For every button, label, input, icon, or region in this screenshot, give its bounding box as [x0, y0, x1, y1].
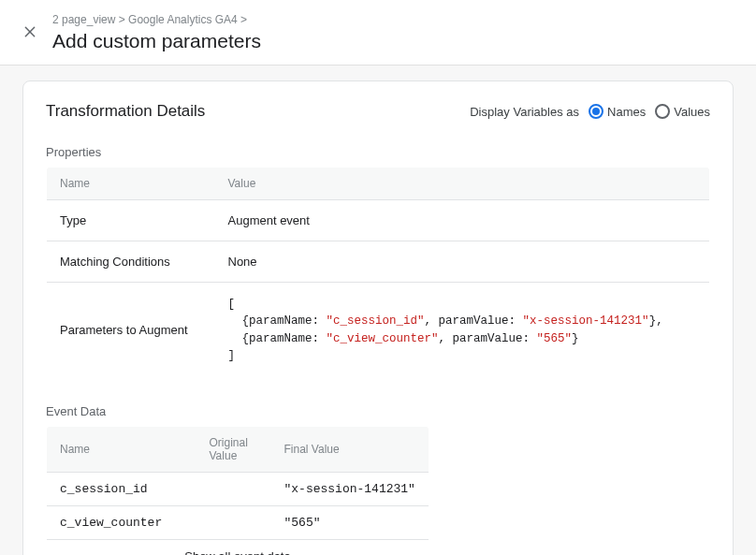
breadcrumb: 2 page_view > Google Analytics GA4 > — [52, 13, 756, 26]
close-icon — [22, 24, 37, 39]
prop-name: Type — [47, 200, 215, 241]
table-row: Parameters to Augment [ {paramName: "c_s… — [47, 283, 710, 378]
show-all-row: Show all event data — [47, 539, 429, 555]
col-name: Name — [47, 426, 196, 472]
top-bar: 2 page_view > Google Analytics GA4 > Add… — [0, 0, 756, 66]
radio-names-label: Names — [607, 105, 646, 119]
event-data-label: Event Data — [46, 404, 710, 418]
col-final: Final Value — [271, 426, 429, 472]
radio-icon — [655, 104, 670, 119]
radio-values-label: Values — [674, 105, 710, 119]
properties-label: Properties — [46, 145, 710, 159]
col-original: Original Value — [196, 426, 271, 472]
card-title: Transformation Details — [46, 102, 205, 121]
radio-names[interactable]: Names — [589, 104, 646, 119]
display-variables-label: Display Variables as — [470, 105, 579, 119]
prop-name: Matching Conditions — [47, 241, 215, 283]
event-name: c_view_counter — [47, 505, 196, 539]
content-area: Transformation Details Display Variables… — [0, 66, 756, 555]
event-name: c_session_id — [47, 472, 196, 505]
prop-value: [ {paramName: "c_session_id", paramValue… — [215, 283, 710, 378]
event-final: "x-session-141231" — [271, 472, 429, 505]
table-row: Type Augment event — [47, 200, 710, 241]
col-value: Value — [215, 168, 710, 200]
event-final: "565" — [271, 505, 429, 539]
prop-value: Augment event — [215, 200, 710, 241]
event-original — [196, 472, 271, 505]
display-variables-control: Display Variables as Names Values — [470, 104, 710, 119]
table-row: c_view_counter "565" — [47, 505, 429, 539]
col-name: Name — [47, 168, 215, 200]
page-title: Add custom parameters — [52, 28, 756, 53]
close-button[interactable] — [22, 24, 37, 39]
radio-icon — [589, 104, 603, 119]
params-code: [ {paramName: "c_session_id", paramValue… — [228, 296, 697, 364]
table-row: c_session_id "x-session-141231" — [47, 472, 429, 505]
radio-values[interactable]: Values — [655, 104, 710, 119]
transformation-card: Transformation Details Display Variables… — [22, 80, 734, 555]
table-row: Matching Conditions None — [47, 241, 710, 283]
prop-value: None — [215, 241, 710, 283]
properties-table: Name Value Type Augment event Matching C… — [46, 167, 710, 378]
event-original — [196, 505, 271, 539]
event-data-table: Name Original Value Final Value c_sessio… — [46, 426, 429, 555]
prop-name: Parameters to Augment — [47, 283, 215, 378]
show-all-event-data[interactable]: Show all event data — [47, 539, 429, 555]
